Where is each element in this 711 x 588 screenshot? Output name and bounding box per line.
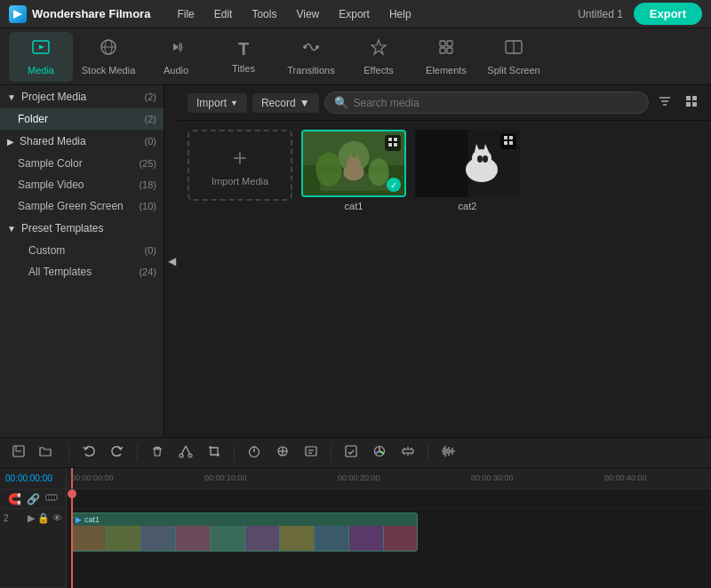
sample-green-screen-count: (10) (139, 201, 156, 211)
svg-rect-17 (692, 96, 697, 100)
tool-elements[interactable]: Elements (414, 32, 478, 82)
svg-point-24 (316, 152, 341, 187)
empty-track-row (67, 489, 711, 509)
transform-button[interactable] (340, 441, 363, 464)
timeline-playhead-line (71, 489, 73, 588)
menu-file[interactable]: File (168, 4, 203, 24)
timeline-body: 00:00:00:00 🧲 🔗 2 ▶ 🔒 � (0, 468, 711, 588)
main-toolbar: Media Stock Media Audio T Titles (0, 28, 711, 85)
import-button[interactable]: Import ▼ (188, 93, 247, 113)
all-templates-count: (24) (139, 266, 156, 277)
color-button[interactable] (368, 441, 391, 464)
redo-button[interactable] (106, 441, 129, 464)
topbar: Wondershare Filmora File Edit Tools View… (0, 0, 711, 28)
ruler-ticks (67, 468, 711, 489)
split-screen-icon (504, 37, 523, 61)
filter-button[interactable] (654, 91, 675, 115)
media-icon (31, 37, 51, 61)
track-number: 2 (4, 513, 9, 523)
sidebar-item-sample-green-screen[interactable]: Sample Green Screen (10) (0, 195, 164, 217)
open-folder-icon[interactable] (34, 441, 57, 464)
media-tile-cat2[interactable]: cat2 (415, 130, 520, 211)
track-eye-icon[interactable]: 👁 (52, 513, 62, 524)
record-button[interactable]: Record ▼ (252, 93, 319, 113)
audio-tool-button[interactable] (436, 441, 461, 464)
grid-view-button[interactable] (681, 91, 702, 115)
crop-button[interactable] (203, 441, 226, 464)
folder-label: Folder (18, 113, 145, 125)
content-area: Import ▼ Record ▼ 🔍 (179, 85, 711, 437)
folder-count: (2) (145, 114, 156, 124)
effects-icon (369, 37, 388, 61)
search-box: 🔍 (324, 91, 649, 114)
sidebar-item-sample-video[interactable]: Sample Video (18) (0, 174, 164, 195)
tool-media[interactable]: Media (9, 32, 73, 82)
speed-button[interactable] (243, 441, 266, 464)
svg-rect-32 (394, 138, 397, 141)
tool-split-screen[interactable]: Split Screen (482, 32, 546, 82)
new-project-icon[interactable] (7, 441, 30, 464)
tool-titles[interactable]: T Titles (212, 32, 276, 82)
svg-rect-49 (155, 447, 160, 449)
tool-stock-media[interactable]: Stock Media (76, 32, 140, 82)
sidebar-item-folder[interactable]: Folder (2) (0, 108, 164, 130)
tool-titles-label: Titles (232, 63, 255, 74)
svg-point-27 (347, 157, 360, 170)
audio-track-icon[interactable] (45, 491, 58, 506)
sidebar: ▼ Project Media (2) Folder (2) ▶ Shared … (0, 85, 164, 437)
stabilize-button[interactable] (396, 441, 419, 464)
menu-tools[interactable]: Tools (243, 4, 285, 24)
sidebar-item-custom[interactable]: Custom (0) (0, 240, 164, 261)
cat1-thumbnail: ✓ (301, 130, 406, 197)
track-lock-icon[interactable]: 🔒 (37, 513, 50, 524)
svg-point-42 (483, 155, 488, 163)
window-title: Untitled 1 (578, 8, 623, 20)
sidebar-section-preset-templates[interactable]: ▼ Preset Templates (0, 217, 164, 240)
app-logo-icon (9, 5, 27, 23)
sidebar-section-shared-media[interactable]: ▶ Shared Media (0) (0, 130, 164, 153)
delete-button[interactable] (146, 441, 169, 464)
tool-split-screen-label: Split Screen (487, 65, 539, 75)
custom-label: Custom (28, 244, 145, 257)
cat1-check-icon: ✓ (387, 178, 401, 192)
link-icon[interactable]: 🔗 (27, 493, 40, 505)
timeline-controls: 🧲 🔗 (0, 489, 66, 509)
track-labels-area: 00:00:00:00 🧲 🔗 2 ▶ 🔒 � (0, 468, 67, 588)
search-icon: 🔍 (334, 96, 348, 109)
tool-effects[interactable]: Effects (347, 32, 411, 82)
tool-transitions[interactable]: Transitions (279, 32, 343, 82)
svg-rect-35 (415, 130, 468, 197)
menu-help[interactable]: Help (380, 4, 420, 24)
export-button[interactable]: Export (634, 3, 702, 25)
cut-button[interactable] (174, 441, 197, 464)
collapse-sidebar-button[interactable]: ◀ (164, 255, 179, 267)
text-button[interactable] (300, 441, 323, 464)
magnet-icon[interactable]: 🧲 (8, 493, 21, 505)
search-input[interactable] (354, 97, 639, 109)
track-play-icon[interactable]: ▶ (28, 513, 35, 524)
sidebar-section-project-media[interactable]: ▼ Project Media (2) (0, 85, 164, 108)
media-tile-cat1[interactable]: ✓ cat1 (301, 130, 406, 211)
tool-audio[interactable]: Audio (144, 32, 208, 82)
svg-rect-7 (440, 41, 445, 46)
track-1-label: 2 ▶ 🔒 👁 (0, 509, 66, 588)
video-track-row[interactable]: ▶ cat1 (67, 509, 711, 555)
menu-export[interactable]: Export (330, 4, 379, 24)
undo-button[interactable] (77, 441, 100, 464)
project-media-title: Project Media (21, 91, 145, 103)
sidebar-item-all-templates[interactable]: All Templates (24) (0, 261, 164, 282)
svg-rect-33 (388, 143, 392, 147)
import-label: Import (196, 97, 227, 109)
sidebar-item-sample-color[interactable]: Sample Color (25) (0, 153, 164, 174)
video-clip-cat1[interactable]: ▶ cat1 (71, 513, 418, 552)
custom-count: (0) (145, 245, 156, 256)
titles-icon: T (238, 39, 249, 60)
cat1-label: cat1 (301, 201, 406, 211)
freeze-button[interactable] (271, 441, 294, 464)
svg-line-52 (186, 446, 190, 455)
menu-edit[interactable]: Edit (205, 4, 242, 24)
import-media-tile[interactable]: + Import Media (188, 130, 292, 201)
app-name: Wondershare Filmora (32, 7, 150, 20)
menu-view[interactable]: View (287, 4, 328, 24)
tool-transitions-label: Transitions (287, 65, 334, 75)
